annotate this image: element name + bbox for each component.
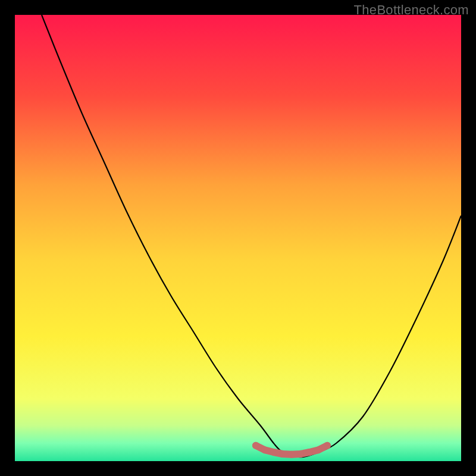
marker-dot [324,442,331,449]
marker-dot [279,450,286,458]
marker-dot [252,442,259,449]
marker-dot [270,449,277,456]
plot-area [15,15,461,461]
marker-dot [297,450,304,458]
marker-dot [306,449,313,456]
marker-dot [288,451,295,458]
marker-dot [261,446,268,453]
curve-layer [15,15,461,461]
optimal-zone-markers [252,442,331,458]
chart-stage: TheBottleneck.com [0,0,476,476]
bottleneck-curve [42,15,461,457]
marker-dot [315,446,322,453]
